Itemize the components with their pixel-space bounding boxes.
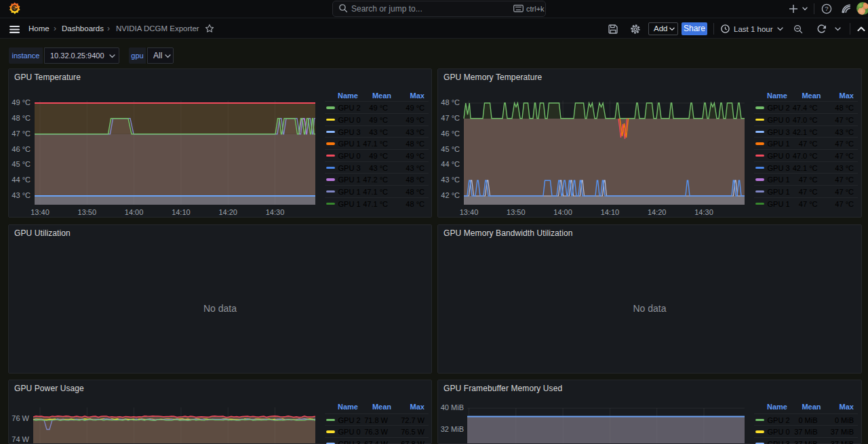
svg-text:?: ? [825,5,828,12]
